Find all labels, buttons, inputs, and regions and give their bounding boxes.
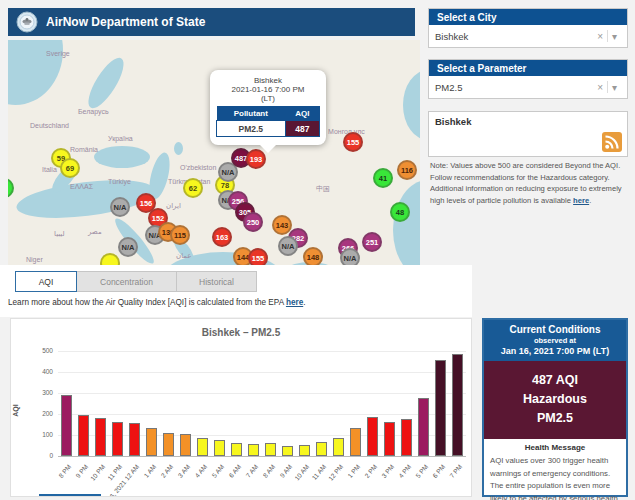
parameter-select-value: PM2.5 xyxy=(435,82,593,93)
popup-col-pollutant: Pollutant xyxy=(217,106,286,121)
aqi-marker[interactable]: 155 xyxy=(248,248,268,266)
popup-col-aqi: AQI xyxy=(285,106,319,121)
city-caret-down-icon[interactable]: ▾ xyxy=(608,31,621,42)
aqi-marker[interactable]: 41 xyxy=(373,168,393,188)
aqi-marker[interactable]: 0 xyxy=(8,178,14,198)
aqi-marker[interactable]: N/A xyxy=(110,197,130,217)
y-tick-label: 500 xyxy=(21,347,53,354)
sea-shape xyxy=(174,142,183,155)
parameter-select-panel: Select a Parameter PM2.5 × ▾ xyxy=(428,59,628,99)
map-country-label: O'zbekiston xyxy=(180,164,216,171)
gridline xyxy=(58,393,466,394)
learn-more-here-link[interactable]: here xyxy=(286,298,303,307)
aqi-marker[interactable]: 62 xyxy=(183,178,203,198)
aqi-bar xyxy=(163,433,174,456)
current-pollutant: PM2.5 xyxy=(486,409,624,428)
feed-panel: Bishkek xyxy=(428,111,628,157)
map-country-label: 中国 xyxy=(316,184,330,194)
popup-table: Pollutant AQI PM2.5 487 xyxy=(216,106,320,137)
parameter-clear-icon[interactable]: × xyxy=(593,82,607,93)
tab-historical[interactable]: Historical xyxy=(177,271,257,292)
aqi-bar xyxy=(78,415,89,456)
beyond-aqi-note: Note: Values above 500 are considered Be… xyxy=(430,160,628,206)
aqi-marker[interactable]: 251 xyxy=(362,232,382,252)
y-tick-label: 100 xyxy=(21,431,53,438)
gridline xyxy=(58,351,466,352)
chart-y-axis-label: AQI xyxy=(12,404,19,416)
city-select-header: Select a City xyxy=(429,9,627,25)
learn-more-text: Learn more about how the Air Quality Ind… xyxy=(8,298,306,307)
tab-bar: AQI Concentration Historical xyxy=(15,271,257,292)
aqi-bar xyxy=(316,442,327,456)
tab-aqi[interactable]: AQI xyxy=(15,271,77,292)
y-tick-label: 0 xyxy=(21,452,53,459)
parameter-select[interactable]: PM2.5 × ▾ xyxy=(429,76,627,98)
current-conditions-header: Current Conditions observed at Jan 16, 2… xyxy=(484,320,626,361)
aqi-marker[interactable]: N/A xyxy=(118,237,138,257)
app-title: AirNow Department of State xyxy=(46,15,205,29)
gridline xyxy=(58,372,466,373)
map-country-label: Україна xyxy=(108,135,133,142)
parameter-caret-down-icon[interactable]: ▾ xyxy=(608,82,621,93)
dept-of-state-seal-icon xyxy=(16,11,38,33)
current-aqi-value: 487 AQI xyxy=(486,371,624,390)
y-tick-label: 200 xyxy=(21,410,53,417)
aqi-bar xyxy=(333,438,344,456)
city-select[interactable]: Bishkek × ▾ xyxy=(429,25,627,47)
aqi-bar xyxy=(248,444,259,456)
aqi-bar xyxy=(401,419,412,456)
aqi-bar xyxy=(214,440,225,456)
current-conditions-panel: Current Conditions observed at Jan 16, 2… xyxy=(482,318,628,497)
aqi-marker[interactable]: 116 xyxy=(397,160,417,180)
map-country-label: ليبيا xyxy=(54,230,65,238)
map-country-label: مصر xyxy=(88,228,102,236)
aqi-marker[interactable]: 115 xyxy=(170,225,190,245)
map-country-label: عمان xyxy=(176,252,192,260)
aqi-marker[interactable]: 163 xyxy=(212,227,232,247)
aqi-marker[interactable]: 148 xyxy=(303,247,323,266)
aqi-marker[interactable]: N/A xyxy=(340,248,360,266)
aqi-bar-chart: Bishkek – PM2.5 AQI 0100200300400500 8 P… xyxy=(10,318,472,497)
note-here-link[interactable]: here xyxy=(573,196,589,205)
learn-more-suffix: . xyxy=(303,298,305,307)
aqi-bar xyxy=(384,422,395,456)
map-popup: Bishkek 2021-01-16 7:00 PM (LT) Pollutan… xyxy=(210,70,326,145)
health-message-block: Health Message AQI values over 300 trigg… xyxy=(484,439,626,500)
parameter-select-header: Select a Parameter xyxy=(429,60,627,76)
feed-city-label: Bishkek xyxy=(435,116,621,127)
aqi-bar xyxy=(197,438,208,456)
tab-concentration[interactable]: Concentration xyxy=(77,271,177,292)
aqi-bar xyxy=(146,428,157,456)
city-select-value: Bishkek xyxy=(435,31,593,42)
map-country-label: Niger xyxy=(26,256,43,263)
aqi-marker[interactable]: 69 xyxy=(60,158,80,178)
aqi-marker[interactable]: 48 xyxy=(390,202,410,222)
map-country-label: ايران xyxy=(166,202,181,210)
map-country-label: România xyxy=(70,146,98,153)
city-clear-icon[interactable]: × xyxy=(593,31,607,42)
y-tick-label: 300 xyxy=(21,389,53,396)
map-country-label: Беларусь xyxy=(78,108,109,115)
observed-datetime: Jan 16, 2021 7:00 PM (LT) xyxy=(486,346,624,356)
aqi-marker[interactable]: 250 xyxy=(243,212,263,232)
health-message-text: AQI values over 300 trigger health warni… xyxy=(490,455,620,500)
learn-more-prefix: Learn more about how the Air Quality Ind… xyxy=(8,298,286,307)
rss-icon[interactable] xyxy=(602,132,622,152)
map-country-label: Italia xyxy=(42,166,57,173)
popup-city: Bishkek xyxy=(216,76,320,85)
aqi-bar xyxy=(418,398,429,456)
aqi-marker[interactable]: N/A xyxy=(278,236,298,256)
aqi-bar xyxy=(350,428,361,456)
observed-at-label: observed at xyxy=(486,336,624,345)
sea-shape xyxy=(403,70,420,140)
aqi-map[interactable]: SverigeБеларусьDeutschlandУкраїнаRomânia… xyxy=(8,40,420,266)
aqi-marker[interactable]: 155 xyxy=(343,132,363,152)
popup-pollutant-value: PM2.5 xyxy=(217,121,286,137)
health-message-title: Health Message xyxy=(490,443,620,452)
current-aqi-category: Hazardous xyxy=(486,390,624,409)
sea-shape xyxy=(393,180,420,266)
aqi-bar xyxy=(112,422,123,456)
map-country-label: Türkiye xyxy=(108,178,131,185)
chart-x-axis xyxy=(58,456,466,457)
map-country-label: ΕΛΛΑΣ xyxy=(70,183,93,190)
